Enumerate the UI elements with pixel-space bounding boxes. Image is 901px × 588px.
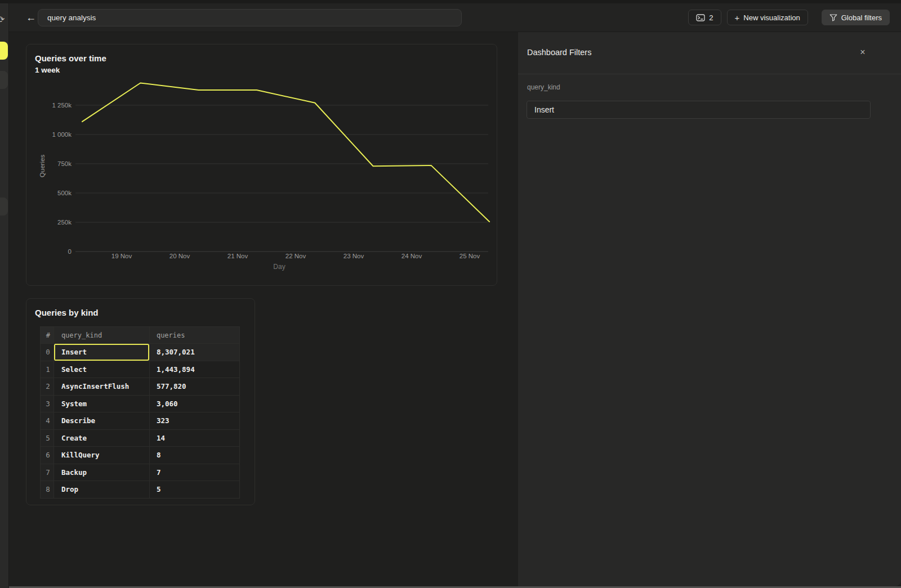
new-visualization-button[interactable]: + New visualization [727,10,808,25]
svg-text:Queries: Queries [39,155,46,178]
queries-table: #query_kindqueries 0Insert8,307,0211Sele… [40,326,240,499]
row-index: 7 [41,464,53,481]
sidebar-item[interactable] [0,71,8,89]
table-row: 3System3,060 [41,395,239,412]
svg-text:0: 0 [68,248,72,255]
cell-query-kind[interactable]: AsyncInsertFlush [53,378,149,395]
filters-panel-divider [518,74,901,74]
queries-over-time-card: Queries over time 1 week 0250k500k750k1 … [26,44,497,286]
row-index: 4 [41,412,53,429]
topbar: ← 2 + New visualization Global filters [9,3,901,32]
queries-by-kind-card: Queries by kind #query_kindqueries 0Inse… [26,298,255,505]
sidebar-item[interactable] [0,198,8,216]
table-row: 2AsyncInsertFlush577,820 [41,378,239,395]
console-tabs-button[interactable]: 2 [688,10,721,25]
filter-query-kind-input[interactable] [527,101,871,119]
svg-text:20 Nov: 20 Nov [170,253,190,259]
plus-icon: + [735,14,740,22]
row-index: 6 [41,447,53,464]
cell-queries[interactable]: 1,443,894 [149,361,239,378]
cell-query-kind[interactable]: Insert [53,344,149,361]
dashboard-name-input[interactable] [38,9,462,26]
row-index: 8 [41,481,53,498]
cell-query-kind[interactable]: Drop [53,481,149,498]
svg-text:1 250k: 1 250k [52,102,72,109]
funnel-icon [829,14,837,21]
filter-field-label: query_kind [527,83,560,91]
cell-query-kind[interactable]: Create [53,430,149,447]
table-row: 6KillQuery8 [41,446,239,464]
svg-text:22 Nov: 22 Nov [286,253,306,259]
close-icon: × [860,47,865,57]
dashboard-filters-panel: Dashboard Filters × query_kind [518,32,901,586]
table-header-row: #query_kindqueries [41,327,239,343]
cell-queries[interactable]: 5 [149,481,239,498]
arrow-left-icon: ← [26,12,36,24]
svg-text:Day: Day [273,263,285,271]
cell-queries[interactable]: 3,060 [149,396,239,412]
sidebar-item-active[interactable] [0,42,8,60]
global-filters-button[interactable]: Global filters [822,10,890,25]
table-row: 5Create14 [41,429,239,447]
cell-queries[interactable]: 7 [149,464,239,481]
column-header-queries: queries [149,327,239,343]
svg-text:750k: 750k [57,160,72,167]
svg-text:21 Nov: 21 Nov [228,253,248,259]
svg-text:25 Nov: 25 Nov [460,253,480,259]
row-index: 5 [41,430,53,447]
svg-text:19 Nov: 19 Nov [111,253,132,259]
console-tab-count: 2 [709,14,713,22]
sidebar: ⟳ [0,3,9,588]
svg-text:250k: 250k [57,219,72,226]
filters-panel-close-button[interactable]: × [856,46,869,59]
cell-queries[interactable]: 577,820 [149,378,239,395]
cell-query-kind[interactable]: KillQuery [53,447,149,464]
cell-query-kind[interactable]: Describe [53,412,149,429]
column-header-#: # [41,327,53,343]
table-row: 8Drop5 [41,481,239,498]
table-row: 4Describe323 [41,412,239,429]
svg-text:500k: 500k [57,190,72,196]
history-icon[interactable]: ⟳ [0,15,5,24]
table-row: 0Insert8,307,021 [41,343,239,361]
svg-text:24 Nov: 24 Nov [402,253,422,259]
cell-queries[interactable]: 14 [149,430,239,447]
table-title: Queries by kind [35,308,99,317]
svg-text:1 000k: 1 000k [52,131,72,138]
filters-panel-title: Dashboard Filters [527,48,591,57]
svg-text:23 Nov: 23 Nov [344,253,364,259]
row-index: 1 [41,361,53,378]
cell-queries[interactable]: 323 [149,412,239,429]
console-icon [696,14,705,21]
cell-query-kind[interactable]: Select [53,361,149,378]
table-row: 1Select1,443,894 [41,361,239,378]
row-index: 3 [41,396,53,412]
cell-query-kind[interactable]: System [53,396,149,412]
row-index: 2 [41,378,53,395]
global-filters-label: Global filters [841,14,882,22]
cell-queries[interactable]: 8,307,021 [149,344,239,361]
back-button[interactable]: ← [23,10,39,25]
queries-chart[interactable]: 0250k500k750k1 000k1 250k19 Nov20 Nov21 … [26,44,498,286]
cell-query-kind[interactable]: Backup [53,464,149,481]
table-row: 7Backup7 [41,464,239,481]
column-header-query_kind: query_kind [53,327,149,343]
row-index: 0 [41,344,53,361]
new-visualization-label: New visualization [743,14,800,22]
table-body: 0Insert8,307,0211Select1,443,8942AsyncIn… [41,343,239,498]
topbar-buttons: 2 + New visualization Global filters [688,10,890,25]
cell-queries[interactable]: 8 [149,447,239,464]
